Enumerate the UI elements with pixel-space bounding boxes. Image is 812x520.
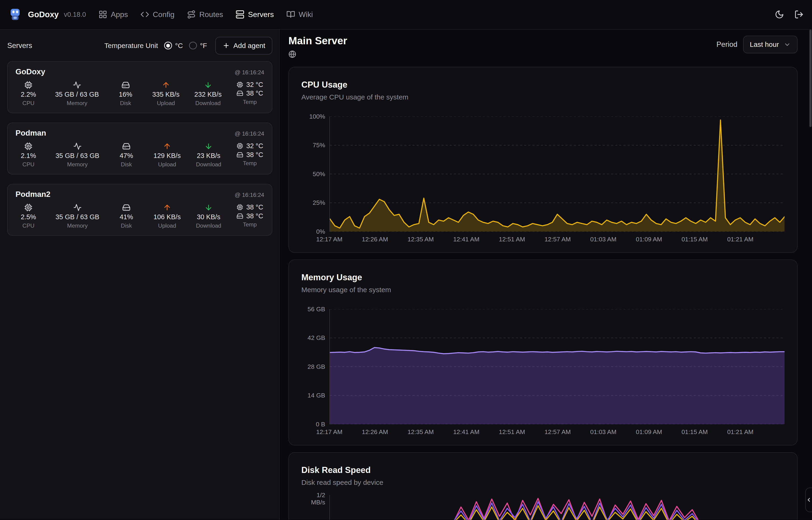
x-tick-label: 01:09 AM [636, 428, 662, 436]
download-stat: 30 KB/s Download [196, 203, 221, 229]
server-updated-time: @ 16:16:24 [235, 192, 264, 198]
server-icon [235, 10, 245, 19]
temperature-unit-label: Temperature Unit [104, 42, 158, 50]
y-tick-label: 0 B [316, 421, 325, 428]
disk-stat: 16% Disk [114, 81, 137, 106]
route-icon [187, 10, 196, 19]
y-tick-label: 1/2 MB/s [311, 492, 325, 506]
y-axis: 56 GB42 GB28 GB14 GB0 B [301, 309, 329, 424]
x-tick-label: 12:57 AM [544, 236, 571, 243]
memory-usage-plot [330, 309, 785, 424]
chart-subtitle: Average CPU usage of the system [301, 93, 785, 102]
fahrenheit-radio[interactable]: °F [189, 42, 207, 50]
main-nav: Apps Config Routes Servers Wiki [99, 10, 313, 19]
y-tick-label: 100% [309, 113, 325, 120]
temperature-unit-group: Temperature Unit °C °F [104, 42, 207, 50]
chart-subtitle: Memory usage of the system [301, 285, 785, 294]
radio-unselected-icon [189, 42, 197, 49]
scrollbar-thumb[interactable] [809, 30, 812, 127]
page-title: Main Server [288, 34, 347, 47]
x-tick-label: 01:15 AM [681, 428, 708, 436]
arrow-down-icon [204, 81, 212, 89]
hard-drive-icon [122, 142, 131, 151]
y-tick-label: 50% [313, 171, 325, 178]
x-tick-label: 12:41 AM [453, 236, 480, 243]
arrow-up-icon [162, 81, 170, 89]
godoxy-logo-icon [8, 8, 22, 21]
upload-stat: 106 KB/s Upload [153, 203, 181, 229]
cpu-usage-plot [330, 116, 785, 232]
server-updated-time: @ 16:16:24 [235, 130, 264, 137]
godoxy-app: GoDoxy v0.18.0 Apps Config Routes Server… [0, 0, 812, 520]
memory-stat: 35 GB / 63 GB Memory [55, 142, 99, 168]
nav-item-servers[interactable]: Servers [235, 10, 274, 19]
chart-subtitle: Disk read speed by device [301, 478, 785, 487]
x-tick-label: 12:17 AM [316, 236, 342, 243]
radio-selected-icon [164, 42, 172, 49]
nav-item-config[interactable]: Config [140, 10, 175, 19]
server-card[interactable]: Podman @ 16:16:24 2.1% CPU 35 GB / 63 GB… [7, 123, 272, 175]
add-agent-button[interactable]: Add agent [215, 37, 272, 54]
x-tick-label: 01:03 AM [590, 428, 616, 436]
y-tick-label: 56 GB [308, 306, 325, 313]
x-axis: 12:17 AM12:26 AM12:35 AM12:41 AM12:51 AM… [329, 236, 785, 244]
brand-title: GoDoxy [28, 10, 59, 19]
nav-item-routes[interactable]: Routes [187, 10, 223, 19]
hard-drive-icon [236, 151, 243, 158]
servers-sidebar: Servers Temperature Unit °C °F Add agent [0, 30, 280, 520]
upload-stat: 335 KB/s Upload [152, 81, 179, 106]
memory-stat: 35 GB / 63 GB Memory [55, 81, 99, 106]
theme-toggle-moon-icon[interactable] [775, 10, 784, 19]
cpu-chip-icon [24, 142, 33, 151]
x-tick-label: 01:03 AM [590, 236, 616, 243]
activity-icon [73, 142, 82, 151]
y-axis: 100%75%50%25%0% [301, 116, 329, 232]
server-name: Podman2 [16, 190, 51, 199]
x-tick-label: 12:57 AM [544, 428, 571, 436]
upload-stat: 129 KB/s Upload [153, 142, 181, 168]
x-tick-label: 12:26 AM [362, 236, 388, 243]
nav-item-apps[interactable]: Apps [99, 10, 128, 19]
temp-stat: 32 °C 38 °C Temp [236, 142, 263, 168]
cpu-chip-icon [236, 204, 243, 211]
server-name: Podman [16, 129, 46, 137]
cpu-stat: 2.2% CPU [17, 81, 40, 106]
x-tick-label: 01:21 AM [727, 236, 754, 243]
navbar: GoDoxy v0.18.0 Apps Config Routes Server… [0, 0, 812, 30]
disk-read-chart-card: Disk Read Speed Disk read speed by devic… [288, 452, 797, 520]
x-axis: 12:17 AM12:26 AM12:35 AM12:41 AM12:51 AM… [329, 428, 785, 437]
x-tick-label: 01:21 AM [727, 428, 754, 436]
x-tick-label: 12:41 AM [453, 428, 480, 436]
activity-icon [73, 203, 82, 212]
globe-icon[interactable] [288, 50, 296, 58]
chart-title: CPU Usage [301, 80, 785, 90]
y-tick-label: 28 GB [308, 363, 325, 370]
x-tick-label: 01:15 AM [681, 236, 708, 243]
hard-drive-icon [236, 90, 243, 97]
y-tick-label: 25% [313, 199, 325, 206]
y-tick-label: 75% [313, 141, 325, 149]
sidebar-title: Servers [7, 42, 32, 50]
period-select[interactable]: Last hour [743, 36, 797, 53]
y-axis: 1/2 MB/s [301, 495, 329, 520]
x-tick-label: 01:09 AM [636, 236, 662, 243]
x-tick-label: 12:26 AM [362, 428, 388, 436]
disk-read-plot [330, 495, 785, 520]
x-tick-label: 12:35 AM [408, 236, 434, 243]
plus-icon [223, 42, 230, 49]
server-card[interactable]: GoDoxy @ 16:16:24 2.2% CPU 35 GB / 63 GB… [7, 61, 272, 113]
sidebar-collapse-handle[interactable] [805, 488, 812, 512]
arrow-down-icon [204, 142, 213, 151]
memory-usage-chart-card: Memory Usage Memory usage of the system … [288, 260, 797, 445]
server-card[interactable]: Podman2 @ 16:16:24 2.5% CPU 35 GB / 63 G… [7, 184, 272, 236]
download-stat: 23 KB/s Download [196, 142, 221, 168]
x-tick-label: 12:51 AM [499, 236, 525, 243]
logout-icon[interactable] [794, 10, 804, 19]
celsius-radio[interactable]: °C [164, 42, 183, 50]
hard-drive-icon [122, 203, 131, 212]
nav-item-wiki[interactable]: Wiki [286, 10, 313, 19]
cpu-stat: 2.5% CPU [17, 203, 40, 229]
y-tick-label: 14 GB [308, 392, 325, 399]
download-stat: 232 KB/s Download [194, 81, 222, 106]
cpu-usage-chart-card: CPU Usage Average CPU usage of the syste… [288, 67, 797, 253]
